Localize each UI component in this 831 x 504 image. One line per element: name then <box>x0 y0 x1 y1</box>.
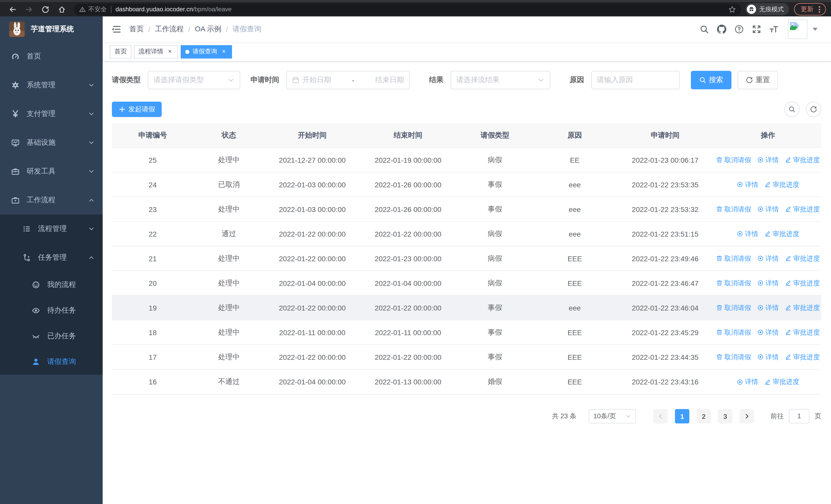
sidebar-item-system[interactable]: 系统管理 <box>0 71 103 99</box>
view-icon <box>757 156 764 163</box>
breadcrumb-workflow[interactable]: 工作流程 <box>155 25 184 34</box>
monitor-icon <box>11 139 20 147</box>
header-search-icon[interactable] <box>699 25 709 34</box>
detail-link[interactable]: 详情 <box>757 303 779 312</box>
detail-link[interactable]: 详情 <box>757 254 779 263</box>
browser-update-button[interactable]: 更新 <box>794 3 826 16</box>
detail-link[interactable]: 详情 <box>757 205 779 214</box>
approval-progress-link[interactable]: 审批进度 <box>785 254 820 263</box>
cancel-leave-link[interactable]: 取消请假 <box>716 155 751 165</box>
detail-link[interactable]: 详情 <box>757 155 779 165</box>
search-button[interactable]: 搜索 <box>691 71 732 89</box>
sidebar-item-workflow[interactable]: 工作流程 <box>0 186 103 214</box>
browser-toolbar: 不安全 dashboard.yudao.iocoder.cn/bpm/oa/le… <box>0 0 831 17</box>
sidebar-item-my-process[interactable]: 我的流程 <box>0 272 103 298</box>
sidebar-item-infrastructure[interactable]: 基础设施 <box>0 128 103 157</box>
cell-end-time: 2022-01-23 00:00:00 <box>360 254 456 263</box>
browser-home-button[interactable] <box>55 3 68 16</box>
reason-input[interactable]: 请输入原因 <box>591 71 680 89</box>
leave-type-select[interactable]: 请选择请假类型 <box>148 71 240 89</box>
approval-progress-link[interactable]: 审批进度 <box>785 155 820 165</box>
refresh-icon <box>746 77 753 84</box>
sidebar-item-dev-tools[interactable]: 研发工具 <box>0 157 103 186</box>
approval-progress-link[interactable]: 审批进度 <box>785 328 820 337</box>
detail-link[interactable]: 详情 <box>757 352 779 362</box>
sidebar: 芋道管理系统 首页系统管理支付管理基础设施研发工具工作流程流程管理任务管理我的流… <box>0 17 103 504</box>
cell-reason: eee <box>534 230 616 238</box>
page-button-3[interactable]: 3 <box>718 409 733 423</box>
sidebar-item-task-mgmt[interactable]: 任务管理 <box>0 243 103 272</box>
github-icon[interactable] <box>717 25 726 34</box>
prev-page-button[interactable] <box>653 409 668 423</box>
edit-icon <box>785 304 792 311</box>
cancel-leave-link[interactable]: 取消请假 <box>716 303 751 312</box>
tab-process-detail[interactable]: 流程详情× <box>134 45 178 58</box>
sidebar-item-todo-tasks[interactable]: 待办任务 <box>0 298 103 323</box>
detail-link[interactable]: 详情 <box>737 229 758 238</box>
sidebar-item-leave-query[interactable]: 请假查询 <box>0 349 103 375</box>
create-leave-button[interactable]: 发起请假 <box>112 101 162 117</box>
date-separator: - <box>349 76 357 84</box>
font-size-icon[interactable] <box>769 25 779 34</box>
page-size-select[interactable]: 10条/页 <box>589 409 636 423</box>
tab-home[interactable]: 首页 <box>110 45 132 58</box>
help-icon[interactable] <box>735 25 744 34</box>
tab-leave-query[interactable]: 请假查询× <box>181 45 232 58</box>
breadcrumb-home[interactable]: 首页 <box>130 25 144 34</box>
next-page-button[interactable] <box>740 409 754 423</box>
cancel-leave-link[interactable]: 取消请假 <box>716 254 751 263</box>
detail-link[interactable]: 详情 <box>737 377 758 386</box>
cancel-leave-link[interactable]: 取消请假 <box>716 278 751 288</box>
close-icon[interactable]: × <box>166 48 173 55</box>
reset-button[interactable]: 重置 <box>738 71 778 89</box>
cell-reason: eee <box>534 304 616 312</box>
browser-back-button[interactable] <box>6 3 19 16</box>
goto-page-input[interactable]: 1 <box>789 409 809 423</box>
sidebar-collapse-icon[interactable] <box>111 24 121 34</box>
breadcrumb-oa-example[interactable]: OA 示例 <box>195 25 222 34</box>
browser-reload-button[interactable] <box>39 3 51 16</box>
page-button-2[interactable]: 2 <box>696 409 711 423</box>
approval-progress-link[interactable]: 审批进度 <box>785 303 820 312</box>
sidebar-item-done-tasks[interactable]: 已办任务 <box>0 323 103 349</box>
sidebar-item-payment[interactable]: 支付管理 <box>0 99 103 128</box>
active-tab-dot <box>185 50 190 54</box>
app-logo[interactable]: 芋道管理系统 <box>0 17 103 42</box>
avatar-caret-icon[interactable] <box>812 28 818 31</box>
sidebar-item-label: 流程管理 <box>38 224 67 234</box>
date-end-placeholder: 结束日期 <box>357 76 404 85</box>
browser-forward-button[interactable] <box>23 3 35 16</box>
cell-leave-type: 事假 <box>456 303 534 312</box>
fullscreen-icon[interactable] <box>752 25 761 34</box>
detail-link[interactable]: 详情 <box>757 278 779 288</box>
refresh-table-button[interactable] <box>806 101 821 117</box>
address-bar[interactable]: 不安全 dashboard.yudao.iocoder.cn/bpm/oa/le… <box>74 3 741 15</box>
chevron-up-icon <box>88 255 94 261</box>
result-select[interactable]: 请选择流结果 <box>451 71 550 89</box>
cancel-leave-link[interactable]: 取消请假 <box>716 205 751 214</box>
approval-progress-link[interactable]: 审批进度 <box>785 352 820 362</box>
cell-id: 18 <box>112 328 194 336</box>
approval-progress-link[interactable]: 审批进度 <box>765 180 799 189</box>
sidebar-item-home[interactable]: 首页 <box>0 42 103 71</box>
bookmark-star-icon[interactable] <box>728 5 736 13</box>
browser-menu-icon[interactable] <box>818 5 821 13</box>
approval-progress-link[interactable]: 审批进度 <box>785 278 820 288</box>
face-icon <box>32 281 40 289</box>
page-button-1[interactable]: 1 <box>675 409 689 423</box>
apply-time-range-picker[interactable]: 开始日期 - 结束日期 <box>286 71 409 89</box>
sidebar-item-process-mgmt[interactable]: 流程管理 <box>0 214 103 243</box>
approval-progress-link[interactable]: 审批进度 <box>785 205 820 214</box>
approval-progress-link[interactable]: 审批进度 <box>765 377 799 386</box>
cell-id: 20 <box>112 279 194 287</box>
cancel-leave-link[interactable]: 取消请假 <box>716 352 751 362</box>
detail-link[interactable]: 详情 <box>737 180 758 189</box>
cancel-leave-link[interactable]: 取消请假 <box>716 328 751 337</box>
toggle-search-button[interactable] <box>784 101 800 117</box>
cell-end-time: 2022-01-22 00:00:00 <box>360 230 456 238</box>
close-icon[interactable]: × <box>220 48 227 55</box>
detail-link[interactable]: 详情 <box>757 328 779 337</box>
approval-progress-link[interactable]: 审批进度 <box>765 229 799 238</box>
user-avatar[interactable] <box>788 20 807 39</box>
cell-leave-type: 病假 <box>456 155 534 165</box>
